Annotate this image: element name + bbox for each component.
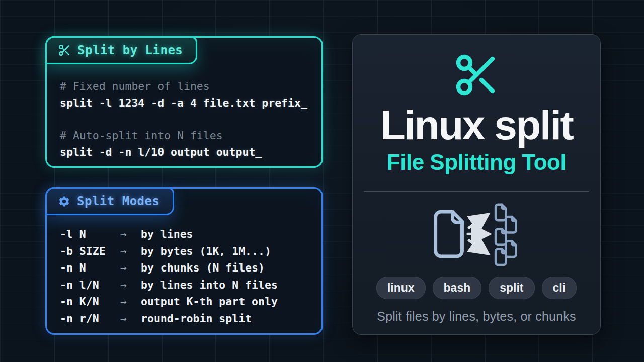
scissors-icon-large — [452, 51, 501, 99]
tag-pill-split: split — [489, 277, 534, 299]
code-block: # Fixed number of lines split -l 1234 -d… — [60, 78, 311, 176]
mode-row: -b SIZE → by bytes (1K, 1M...) — [60, 243, 312, 260]
arrow-glyph: → — [120, 310, 141, 327]
mode-flag: -n N — [60, 259, 120, 277]
panel-title: Split by Lines — [77, 43, 183, 57]
panel-split-modes: Split Modes -l N → by lines -b SIZE → by… — [45, 187, 323, 335]
panel-title: Split Modes — [77, 194, 159, 208]
mode-description: by lines — [141, 226, 193, 243]
info-card: Linux split File Splitting Tool — [352, 34, 601, 335]
code-command: split -l 1234 -d -a 4 file.txt prefix_ — [60, 95, 311, 111]
mode-row: -n K/N → output K-th part only — [60, 293, 312, 310]
file-split-illustration — [431, 201, 522, 267]
arrow-glyph: → — [120, 277, 141, 294]
mode-description: output K-th part only — [141, 293, 278, 310]
mode-row: -n l/N → by lines into N files — [60, 277, 312, 294]
tag-pill-cli: cli — [542, 277, 577, 299]
code-group: # Fixed number of lines split -l 1234 -d… — [60, 78, 311, 111]
panel-split-by-lines: Split by Lines # Fixed number of lines s… — [45, 36, 323, 168]
mode-flag: -n r/N — [60, 310, 120, 327]
divider — [364, 191, 589, 192]
code-comment: # Auto-split into N files — [60, 127, 311, 144]
mode-flag: -b SIZE — [60, 243, 120, 260]
arrow-glyph: → — [120, 259, 141, 277]
card-caption: Split files by lines, bytes, or chunks — [377, 309, 576, 324]
source-file-icon — [436, 212, 462, 256]
mode-description: by bytes (1K, 1M...) — [141, 243, 271, 260]
arrow-glyph: → — [120, 293, 141, 310]
card-subtitle: File Splitting Tool — [387, 150, 566, 175]
panel-split-modes-tab: Split Modes — [45, 187, 174, 215]
code-comment: # Fixed number of lines — [60, 78, 311, 95]
arrow-glyph: → — [120, 226, 141, 243]
mode-row: -n N → by chunks (N files) — [60, 259, 312, 277]
mode-flag: -l N — [60, 226, 120, 243]
arrow-glyph: → — [120, 243, 141, 260]
tag-row: linux bash split cli — [376, 277, 577, 299]
card-title: Linux split — [380, 103, 573, 148]
split-arrows — [468, 216, 486, 251]
output-file-icons — [496, 204, 516, 264]
panel-split-by-lines-tab: Split by Lines — [45, 36, 197, 64]
mode-flag: -n K/N — [60, 293, 120, 310]
mode-flag: -n l/N — [60, 277, 120, 294]
mode-row: -n r/N → round-robin split — [60, 310, 312, 327]
mode-table: -l N → by lines -b SIZE → by bytes (1K, … — [60, 226, 312, 327]
mode-description: by lines into N files — [141, 277, 278, 294]
mode-description: round-robin split — [141, 310, 252, 327]
tag-pill-linux: linux — [376, 277, 426, 299]
mode-description: by chunks (N files) — [141, 259, 265, 277]
code-group: # Auto-split into N files split -d -n l/… — [60, 127, 311, 160]
gear-icon — [58, 195, 70, 208]
tag-pill-bash: bash — [433, 277, 482, 299]
code-command: split -d -n l/10 output output_ — [60, 144, 311, 160]
scissors-icon — [58, 44, 71, 57]
mode-row: -l N → by lines — [60, 226, 312, 243]
